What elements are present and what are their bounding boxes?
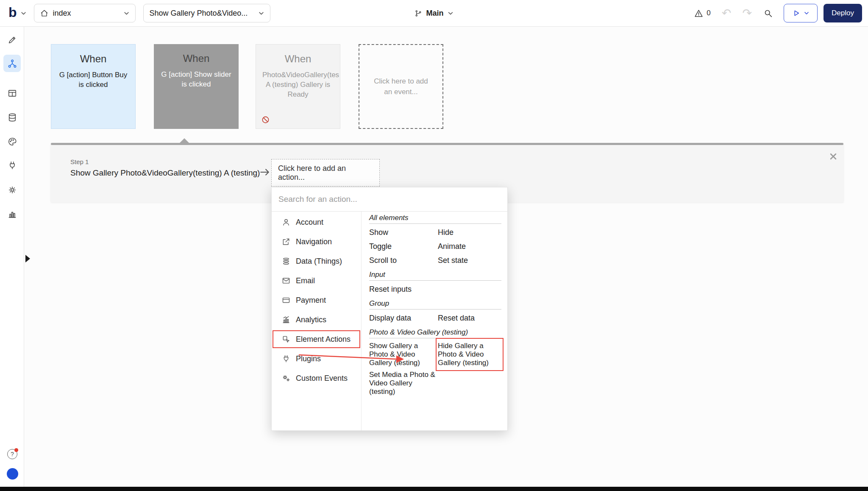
action-item-hide-gallery[interactable]: Hide Gallery a Photo & Video Gallery (te… xyxy=(438,340,501,369)
section-input: Input Reset inputs xyxy=(369,270,501,296)
action-picker-menu: Account Navigation Data (Things) Email xyxy=(271,187,508,431)
sidebar-item-data[interactable] xyxy=(3,109,21,126)
deploy-button[interactable]: Deploy xyxy=(823,4,862,22)
plug-icon xyxy=(8,161,17,170)
left-sidebar: ? xyxy=(0,27,24,487)
action-item-set-state[interactable]: Set state xyxy=(438,254,501,268)
action-row: Scroll to Set state xyxy=(369,254,501,268)
section-header: Photo & Video Gallery (testing) xyxy=(369,328,501,337)
sidebar-item-styles[interactable] xyxy=(3,133,21,150)
action-category-plugins[interactable]: Plugins xyxy=(272,349,361,368)
chevron-down-icon xyxy=(448,11,453,16)
section-header: Input xyxy=(369,270,501,279)
workflow-selector-label: Show Gallery Photo&Video... xyxy=(150,9,254,18)
add-event-card[interactable]: Click here to add an event... xyxy=(359,44,443,129)
category-label: Analytics xyxy=(296,315,326,324)
category-label: Payment xyxy=(296,296,326,305)
action-item-toggle[interactable]: Toggle xyxy=(369,240,438,254)
action-item-set-media[interactable]: Set Media a Photo & Video Gallery (testi… xyxy=(369,369,436,398)
event-card-button-buy[interactable]: When G [action] Button Buy is clicked xyxy=(51,44,136,129)
action-item-reset-data[interactable]: Reset data xyxy=(438,311,501,325)
page-selector-label: index xyxy=(53,9,119,18)
action-category-data-things[interactable]: Data (Things) xyxy=(272,251,361,271)
analytics-chart-icon xyxy=(282,315,290,324)
section-header: All elements xyxy=(369,213,501,223)
chevron-down-icon xyxy=(21,11,26,16)
event-card-title: When xyxy=(51,53,135,65)
action-items-panel: All elements Show Hide Toggle Animate Sc… xyxy=(362,212,507,430)
issues-indicator[interactable]: 0 xyxy=(694,9,710,18)
add-action-label: Click here to add an action... xyxy=(278,164,373,182)
category-label: Data (Things) xyxy=(296,257,342,266)
action-category-payment[interactable]: Payment xyxy=(272,290,361,310)
event-card-gallery-ready[interactable]: When Photo&VideoGallery(tes A (testing) … xyxy=(256,44,340,129)
stacked-data-icon xyxy=(282,257,290,265)
action-item-display-data[interactable]: Display data xyxy=(369,311,438,325)
action-category-account[interactable]: Account xyxy=(272,212,361,232)
section-divider xyxy=(369,338,501,338)
add-action-box[interactable]: Click here to add an action... xyxy=(271,159,380,187)
element-cursor-icon xyxy=(282,335,290,343)
help-question-mark: ? xyxy=(11,451,14,458)
action-item-show-gallery[interactable]: Show Gallery a Photo & Video Gallery (te… xyxy=(369,340,436,369)
gear-icon xyxy=(8,185,17,195)
user-avatar[interactable] xyxy=(7,468,18,480)
step-arrow-icon xyxy=(259,167,270,178)
credit-card-icon xyxy=(282,296,290,304)
topbar: b index Show Gallery Photo&Video... Main… xyxy=(0,0,868,27)
close-panel-button[interactable] xyxy=(829,152,837,161)
event-card-body: G [action] Button Buy is clicked xyxy=(51,70,135,90)
sidebar-item-settings[interactable] xyxy=(3,181,21,198)
notification-dot xyxy=(14,448,18,452)
sidebar-item-design[interactable] xyxy=(3,31,21,48)
action-category-element-actions[interactable]: Element Actions xyxy=(272,329,361,349)
action-category-email[interactable]: Email xyxy=(272,271,361,290)
undo-button[interactable]: ↶ xyxy=(722,8,732,19)
user-icon xyxy=(282,218,290,226)
category-label: Email xyxy=(296,276,315,285)
chevron-down-icon xyxy=(124,11,129,16)
workflow-selector[interactable]: Show Gallery Photo&Video... xyxy=(143,4,270,22)
section-divider xyxy=(369,280,501,281)
close-icon xyxy=(829,152,837,161)
action-search-input[interactable] xyxy=(278,195,501,204)
workflow-canvas: When G [action] Button Buy is clicked Wh… xyxy=(24,27,868,487)
action-item-animate[interactable]: Animate xyxy=(438,240,501,254)
action-menu-body: Account Navigation Data (Things) Email xyxy=(272,212,507,430)
issues-count: 0 xyxy=(707,9,710,17)
action-row: Toggle Animate xyxy=(369,240,501,254)
action-category-navigation[interactable]: Navigation xyxy=(272,232,361,251)
category-label: Element Actions xyxy=(296,335,351,344)
topbar-left: b index Show Gallery Photo&Video... xyxy=(0,4,270,22)
event-card-show-slider[interactable]: When G [action] Show slider is clicked xyxy=(154,44,239,129)
git-branch-icon xyxy=(415,10,422,17)
help-button[interactable]: ? xyxy=(7,449,17,459)
panel-drag-bar[interactable] xyxy=(51,143,843,145)
redo-button[interactable]: ↷ xyxy=(742,8,752,19)
page-selector[interactable]: index xyxy=(34,4,136,22)
action-item-reset-inputs[interactable]: Reset inputs xyxy=(369,282,438,296)
sidebar-item-logs[interactable] xyxy=(3,205,21,223)
branch-label: Main xyxy=(426,9,443,18)
bubble-logo-menu[interactable]: b xyxy=(8,6,26,20)
action-category-custom-events[interactable]: Custom Events xyxy=(272,368,361,388)
chevron-down-icon xyxy=(804,11,809,16)
event-card-body: Photo&VideoGallery(tes A (testing) Galle… xyxy=(256,70,340,100)
sidebar-item-responsive[interactable] xyxy=(3,84,21,102)
navigation-arrow-icon xyxy=(282,237,290,246)
layout-panels-icon xyxy=(8,89,17,98)
step-1-card[interactable]: Step 1 Show Gallery Photo&VideoGallery(t… xyxy=(70,158,260,178)
search-button[interactable] xyxy=(764,9,773,18)
branch-selector[interactable]: Main xyxy=(415,9,453,18)
sidebar-item-workflow[interactable] xyxy=(3,55,21,72)
action-category-analytics[interactable]: Analytics xyxy=(272,310,361,329)
run-button[interactable] xyxy=(784,4,818,22)
bar-chart-icon xyxy=(8,209,17,219)
expand-panel-handle[interactable] xyxy=(25,255,30,262)
sidebar-item-plugins[interactable] xyxy=(3,156,21,174)
action-item-show[interactable]: Show xyxy=(369,226,438,240)
action-item-hide[interactable]: Hide xyxy=(438,226,501,240)
category-label: Custom Events xyxy=(296,374,348,383)
action-item-scroll-to[interactable]: Scroll to xyxy=(369,254,438,268)
category-label: Account xyxy=(296,218,323,227)
